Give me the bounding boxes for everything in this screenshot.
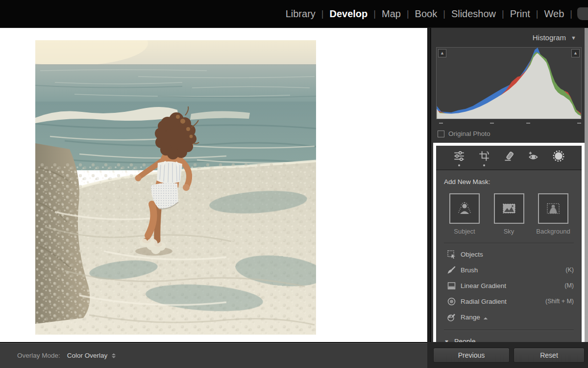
nav-print[interactable]: Print (504, 8, 536, 20)
module-picker: Library | Develop | Map | Book | Slidesh… (0, 0, 588, 28)
healing-eraser-icon (502, 150, 515, 162)
subject-button[interactable] (449, 193, 480, 224)
masking-content: Add New Mask: Subject (436, 170, 582, 330)
red-eye-tool[interactable] (527, 150, 540, 166)
histogram-region-ticks (436, 121, 582, 125)
crop-icon (478, 150, 490, 162)
tick-shadows (490, 123, 494, 124)
edit-sliders-icon (453, 150, 466, 162)
nav-web[interactable]: Web (539, 8, 570, 20)
tick-exposure (526, 123, 530, 124)
histogram-collapse-icon[interactable]: ▼ (571, 35, 576, 41)
shadow-clipping-toggle[interactable]: ▲ (438, 49, 446, 57)
panel-scrollbar[interactable] (585, 28, 588, 346)
histogram-plot (437, 48, 581, 119)
red-eye-icon (527, 150, 540, 162)
linear-gradient-label: Linear Gradient (461, 282, 506, 289)
crop-tool[interactable] (478, 150, 490, 166)
brush-label: Brush (461, 266, 478, 274)
background-icon (544, 201, 562, 216)
edit-active-dot (458, 164, 460, 166)
mask-preset-background[interactable]: Background (534, 193, 573, 235)
histogram-header[interactable]: Histogram ▼ (533, 33, 576, 42)
divider (444, 330, 574, 330)
masking-panel: Add New Mask: Subject (433, 143, 585, 345)
tick-whites (577, 123, 581, 124)
range-label: Range (461, 314, 480, 321)
original-photo-label: Original Photo (448, 130, 490, 137)
divider (444, 243, 574, 243)
background-label: Background (536, 228, 570, 235)
objects-label: Objects (461, 251, 483, 258)
mask-preset-subject[interactable]: Subject (445, 193, 484, 235)
mask-tool-radial-gradient[interactable]: Radial Gradient (Shift + M) (444, 293, 574, 309)
photo-canvas[interactable] (0, 28, 427, 342)
radial-gradient-shortcut: (Shift + M) (545, 298, 574, 305)
brush-icon (447, 265, 456, 275)
develop-footer: Previous Reset (427, 342, 588, 368)
sky-label: Sky (504, 228, 514, 235)
mask-tool-objects[interactable]: Objects (444, 246, 574, 262)
linear-gradient-icon (447, 281, 456, 290)
beach-photo[interactable] (35, 40, 316, 335)
brush-shortcut: (K) (565, 266, 574, 273)
nav-map[interactable]: Map (376, 8, 407, 20)
background-button[interactable] (538, 193, 568, 224)
edit-sliders-tool[interactable] (453, 150, 466, 166)
masking-tool[interactable] (552, 150, 565, 166)
range-icon (447, 313, 456, 322)
original-photo-row: Original Photo (438, 130, 490, 137)
tool-strip (436, 146, 582, 170)
sky-icon (500, 201, 518, 216)
histogram[interactable]: ▲ ▲ (436, 47, 582, 119)
sky-button[interactable] (494, 193, 524, 224)
nav-slideshow[interactable]: Slideshow (445, 8, 502, 20)
range-flyout-icon (484, 317, 488, 321)
reset-button[interactable]: Reset (514, 348, 585, 363)
linear-gradient-shortcut: (M) (564, 282, 574, 289)
radial-gradient-label: Radial Gradient (461, 298, 507, 305)
overlay-mode-value[interactable]: Color Overlay (67, 352, 108, 359)
preview-toolbar: Overlay Mode: Color Overlay (0, 342, 427, 368)
masking-icon (552, 150, 565, 162)
subject-icon (456, 201, 473, 216)
nav-book[interactable]: Book (409, 8, 443, 20)
crop-active-dot (483, 164, 485, 166)
subject-label: Subject (454, 228, 475, 235)
previous-button[interactable]: Previous (433, 348, 510, 363)
tick-blacks (439, 123, 443, 124)
mask-tool-range[interactable]: Range (444, 309, 574, 325)
nav-clipped-icon (577, 7, 588, 20)
mask-tool-linear-gradient[interactable]: Linear Gradient (M) (444, 278, 574, 293)
nav-develop[interactable]: Develop (324, 8, 374, 20)
mask-preset-sky[interactable]: Sky (490, 193, 529, 235)
objects-icon (447, 250, 456, 259)
histogram-title: Histogram (533, 33, 566, 42)
mask-preset-row: Subject Sky (444, 193, 574, 235)
overlay-mode-stepper[interactable] (112, 353, 116, 358)
add-new-mask-label: Add New Mask: (444, 178, 574, 185)
original-photo-checkbox[interactable] (438, 131, 444, 137)
highlight-clipping-toggle[interactable]: ▲ (571, 49, 580, 57)
nav-separator: | (570, 9, 572, 19)
radial-gradient-icon (447, 297, 456, 306)
nav-library[interactable]: Library (280, 8, 321, 20)
mask-tool-brush[interactable]: Brush (K) (444, 262, 574, 278)
healing-tool[interactable] (502, 150, 515, 166)
overlay-mode-label: Overlay Mode: (17, 352, 60, 359)
panel-divider (427, 28, 431, 368)
